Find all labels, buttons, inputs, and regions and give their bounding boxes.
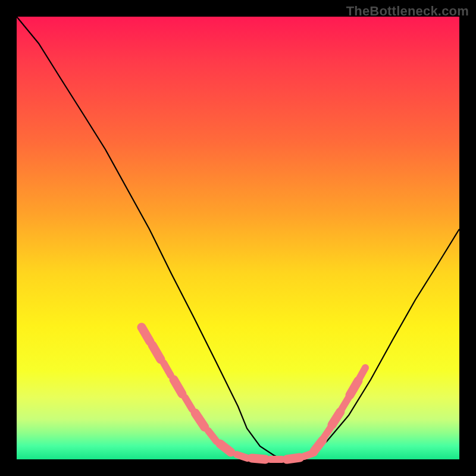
marker-pill — [174, 380, 182, 394]
marker-pill — [252, 458, 265, 459]
marker-pill — [324, 427, 331, 438]
marker-group — [142, 327, 365, 459]
marker-pill — [359, 368, 365, 378]
marker-pill — [152, 345, 161, 359]
marker-pill — [342, 397, 349, 409]
marker-pill — [164, 363, 171, 375]
marker-pill — [195, 413, 205, 427]
bottleneck-curve — [17, 17, 459, 459]
marker-pill — [350, 381, 358, 395]
marker-pill — [208, 431, 217, 441]
marker-pill — [314, 440, 322, 451]
marker-pill — [332, 412, 340, 425]
chart-frame: TheBottleneck.com — [0, 0, 476, 476]
chart-svg — [17, 17, 459, 459]
marker-pill — [185, 397, 192, 409]
marker-pill — [287, 458, 300, 459]
marker-pill — [220, 444, 231, 452]
marker-pill — [142, 327, 150, 342]
marker-pill — [237, 455, 248, 458]
plot-area — [17, 17, 459, 459]
